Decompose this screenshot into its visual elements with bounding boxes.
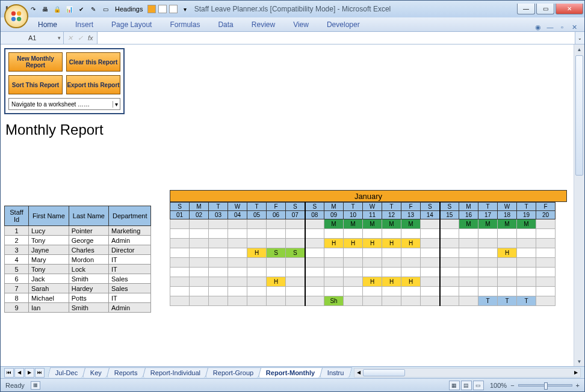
formula-input[interactable] xyxy=(97,32,575,44)
calendar-cell[interactable] xyxy=(267,239,286,248)
calendar-cell[interactable] xyxy=(536,268,556,277)
calendar-cell[interactable] xyxy=(324,287,344,296)
clear-report-button[interactable]: Clear this Report xyxy=(66,52,120,72)
calendar-cell[interactable] xyxy=(170,258,190,268)
staff-row[interactable]: 1LucyPointerMarketing xyxy=(5,226,151,236)
calendar-cell[interactable] xyxy=(459,296,478,306)
minimize-button[interactable]: — xyxy=(517,4,535,14)
calendar-cell[interactable] xyxy=(170,248,190,258)
new-monthly-report-button[interactable]: New Monthly Report xyxy=(8,52,63,72)
calendar-cell[interactable] xyxy=(286,219,305,229)
view1-icon[interactable] xyxy=(147,5,156,13)
staff-row[interactable]: 5TonyLockIT xyxy=(5,265,151,274)
calendar-cell[interactable] xyxy=(440,239,459,248)
staff-cell[interactable]: 9 xyxy=(5,303,29,313)
calendar-cell[interactable] xyxy=(536,229,556,239)
calendar-cell[interactable] xyxy=(247,277,267,287)
staff-cell[interactable]: IT xyxy=(108,293,150,303)
maximize-button[interactable]: ▭ xyxy=(536,4,554,14)
staff-cell[interactable]: Hardey xyxy=(69,284,108,293)
sheet-tab-key[interactable]: Key xyxy=(82,367,110,378)
calendar-cell[interactable] xyxy=(498,258,517,268)
calendar-cell[interactable] xyxy=(305,229,324,239)
staff-row[interactable]: 4MaryMordonIT xyxy=(5,255,151,265)
calendar-cell[interactable] xyxy=(344,296,363,306)
calendar-cell[interactable] xyxy=(401,248,421,258)
calendar-cell[interactable] xyxy=(421,296,440,306)
calendar-cell[interactable] xyxy=(459,287,478,296)
scroll-thumb[interactable] xyxy=(575,55,583,176)
sheet-tab-report-group[interactable]: Report-Group xyxy=(205,367,262,378)
calendar-cell[interactable] xyxy=(305,287,324,296)
calendar-cell[interactable] xyxy=(305,248,324,258)
horizontal-scrollbar[interactable]: ◀ ▶ xyxy=(354,368,581,378)
calendar-cell[interactable] xyxy=(228,277,247,287)
vertical-scrollbar[interactable]: ▲ ▼ xyxy=(574,44,584,366)
calendar-cell[interactable] xyxy=(401,229,421,239)
calendar-cell[interactable] xyxy=(421,239,440,248)
calendar-cell[interactable] xyxy=(363,296,382,306)
calendar-cell[interactable] xyxy=(247,229,267,239)
staff-cell[interactable]: Admin xyxy=(108,236,150,245)
ribbon-tab-formulas[interactable]: Formulas xyxy=(166,18,203,31)
calendar-cell[interactable] xyxy=(536,258,556,268)
calendar-cell[interactable] xyxy=(498,287,517,296)
calendar-cell[interactable]: H xyxy=(363,239,382,248)
calendar-cell[interactable] xyxy=(440,219,459,229)
calendar-cell[interactable]: M xyxy=(517,219,536,229)
staff-cell[interactable]: 1 xyxy=(5,226,29,236)
calendar-cell[interactable] xyxy=(170,277,190,287)
calendar-cell[interactable]: H xyxy=(382,239,401,248)
ribbon-tab-page-layout[interactable]: Page Layout xyxy=(108,18,155,31)
staff-cell[interactable]: Tony xyxy=(29,236,69,245)
staff-row[interactable]: 3JayneCharlesDirector xyxy=(5,245,151,255)
calendar-cell[interactable] xyxy=(478,268,498,277)
calendar-cell[interactable] xyxy=(267,258,286,268)
calendar-cell[interactable] xyxy=(190,229,209,239)
calendar-cell[interactable] xyxy=(209,248,228,258)
staff-cell[interactable]: 4 xyxy=(5,255,29,265)
fx-icon[interactable]: fx xyxy=(88,34,93,41)
calendar-cell[interactable] xyxy=(209,296,228,306)
calendar-cell[interactable] xyxy=(478,287,498,296)
calendar-cell[interactable]: Sh xyxy=(324,296,344,306)
calendar-cell[interactable]: H xyxy=(344,239,363,248)
staff-cell[interactable]: George xyxy=(69,236,108,245)
calendar-cell[interactable] xyxy=(228,229,247,239)
name-box[interactable]: A1 xyxy=(1,32,64,44)
normal-view-icon[interactable]: ▦ xyxy=(449,381,460,390)
staff-cell[interactable]: IT xyxy=(108,265,150,274)
calendar-cell[interactable] xyxy=(286,287,305,296)
calendar-cell[interactable]: M xyxy=(459,219,478,229)
staff-row[interactable]: 6JackSmithSales xyxy=(5,274,151,284)
calendar-cell[interactable] xyxy=(267,268,286,277)
calendar-cell[interactable] xyxy=(363,229,382,239)
calendar-cell[interactable] xyxy=(478,248,498,258)
calendar-cell[interactable] xyxy=(536,219,556,229)
calendar-cell[interactable] xyxy=(478,229,498,239)
calendar-cell[interactable] xyxy=(382,248,401,258)
calendar-cell[interactable] xyxy=(228,296,247,306)
qat-more-icon[interactable]: ▾ xyxy=(180,4,190,14)
calendar-cell[interactable] xyxy=(247,268,267,277)
calendar-cell[interactable] xyxy=(421,258,440,268)
calendar-cell[interactable] xyxy=(247,219,267,229)
calendar-cell[interactable] xyxy=(305,239,324,248)
calendar-cell[interactable] xyxy=(517,258,536,268)
calendar-cell[interactable] xyxy=(440,277,459,287)
zoom-out-icon[interactable]: − xyxy=(510,382,514,389)
staff-cell[interactable]: Charles xyxy=(69,245,108,255)
chart-icon[interactable]: 📊 xyxy=(64,4,74,14)
calendar-cell[interactable] xyxy=(170,229,190,239)
calendar-cell[interactable] xyxy=(209,287,228,296)
calendar-cell[interactable]: M xyxy=(498,219,517,229)
staff-cell[interactable]: 5 xyxy=(5,265,29,274)
calendar-cell[interactable] xyxy=(498,277,517,287)
calendar-cell[interactable] xyxy=(228,268,247,277)
export-report-button[interactable]: Export this Report xyxy=(66,75,120,94)
calendar-cell[interactable] xyxy=(363,248,382,258)
calendar-cell[interactable] xyxy=(190,248,209,258)
ribbon-close-icon[interactable]: ✕ xyxy=(570,23,578,31)
calendar-cell[interactable] xyxy=(382,229,401,239)
calendar-cell[interactable] xyxy=(421,287,440,296)
